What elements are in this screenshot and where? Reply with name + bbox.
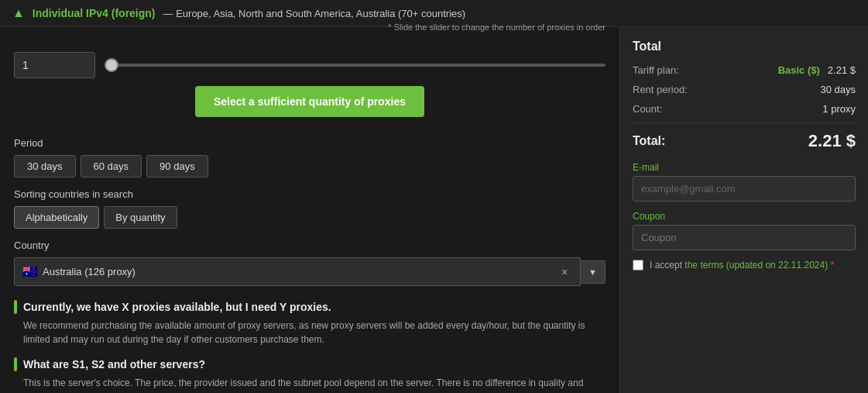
expand-arrow-icon: ▲ <box>12 6 25 20</box>
panel-title: Total <box>633 40 856 53</box>
sorting-section: Sorting countries in search Alphabetical… <box>14 188 606 229</box>
country-select-row: 🇦🇺 Australia (126 proxy) × ▼ <box>14 257 606 286</box>
sort-buttons: Alphabetically By quantity <box>14 206 606 229</box>
period-section: Period 30 days 60 days 90 days <box>14 137 606 178</box>
sort-alphabetically-button[interactable]: Alphabetically <box>14 206 99 229</box>
tariff-value: Basic ($) <box>778 64 820 76</box>
terms-link[interactable]: the terms (updated on 22.11.2024) <box>684 260 828 271</box>
terms-text: I accept the terms (updated on 22.11.202… <box>650 260 834 271</box>
select-quantity-button[interactable]: Select a sufficient quantity of proxies <box>195 86 424 117</box>
coupon-label: Coupon <box>633 211 856 222</box>
country-select-box[interactable]: 🇦🇺 Australia (126 proxy) × <box>14 257 581 286</box>
right-panel: Total Tariff plan: Basic ($) 2.21 $ Rent… <box>620 27 868 393</box>
tariff-label: Tariff plan: <box>633 64 679 76</box>
period-90-button[interactable]: 90 days <box>146 155 208 178</box>
country-selected-text: Australia (126 proxy) <box>43 266 136 278</box>
slider-row: * Slide the slider to change the number … <box>14 36 606 78</box>
total-label: Total: <box>633 134 665 148</box>
tariff-price: 2.21 $ <box>828 64 856 76</box>
count-row: Count: 1 proxy <box>633 103 856 115</box>
country-section: Country 🇦🇺 Australia (126 proxy) × ▼ <box>14 240 606 286</box>
email-label: E-mail <box>633 162 856 173</box>
select-btn-wrap: Select a sufficient quantity of proxies <box>14 86 606 129</box>
coupon-input[interactable] <box>633 225 856 250</box>
sort-by-quantity-button[interactable]: By quantity <box>104 206 177 229</box>
faq-servers-section: What are S1, S2 and other servers? This … <box>14 357 606 393</box>
period-buttons: 30 days 60 days 90 days <box>14 155 606 178</box>
period-label: Period <box>14 137 606 149</box>
proxy-slider[interactable] <box>105 64 606 67</box>
country-flag-icon: 🇦🇺 <box>22 264 38 279</box>
count-label: Count: <box>633 103 662 115</box>
email-input[interactable] <box>633 176 856 202</box>
rent-row: Rent period: 30 days <box>633 84 856 95</box>
faq-servers-title: What are S1, S2 and other servers? <box>14 357 606 371</box>
terms-row: I accept the terms (updated on 22.11.202… <box>633 260 856 271</box>
faq-proxies-section: Currently, we have X proxies available, … <box>14 300 606 346</box>
rent-label: Rent period: <box>633 84 688 95</box>
slider-hint: * Slide the slider to change the number … <box>388 22 606 32</box>
main-layout: * Slide the slider to change the number … <box>0 27 868 393</box>
tariff-row: Tariff plan: Basic ($) 2.21 $ <box>633 64 856 76</box>
product-subtitle: — Europe, Asia, North and South America,… <box>163 8 466 19</box>
divider <box>633 122 856 123</box>
period-30-button[interactable]: 30 days <box>14 155 76 178</box>
count-value: 1 proxy <box>822 103 856 115</box>
period-60-button[interactable]: 60 days <box>81 155 142 178</box>
faq-proxies-title: Currently, we have X proxies available, … <box>14 300 606 314</box>
terms-checkbox[interactable] <box>633 260 643 271</box>
sorting-label: Sorting countries in search <box>14 188 606 200</box>
country-clear-button[interactable]: × <box>557 266 572 278</box>
product-title: Individual IPv4 (foreign) <box>33 7 156 19</box>
faq-servers-body: This is the server's choice. The price, … <box>14 376 606 393</box>
faq-proxies-body: We recommend purchasing the available am… <box>14 319 606 346</box>
total-value: 2.21 $ <box>808 131 856 151</box>
quantity-input[interactable] <box>14 52 95 78</box>
rent-value: 30 days <box>820 84 856 95</box>
terms-required: * <box>831 260 835 271</box>
left-panel: * Slide the slider to change the number … <box>0 27 620 393</box>
slider-container <box>105 64 606 67</box>
country-dropdown-button[interactable]: ▼ <box>581 260 606 284</box>
country-label: Country <box>14 240 606 251</box>
total-row: Total: 2.21 $ <box>633 131 856 151</box>
